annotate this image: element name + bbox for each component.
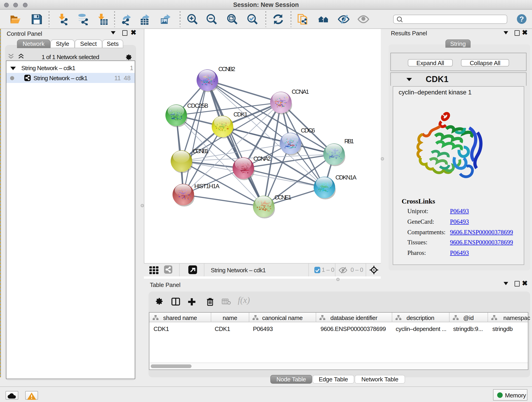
svg-text:CCNA1: CCNA1 (292, 88, 309, 95)
svg-text:CCNE1: CCNE1 (274, 194, 291, 201)
svg-text:CDC25B: CDC25B (187, 102, 208, 109)
svg-text:RB1: RB1 (344, 138, 354, 145)
svg-text:CDK1: CDK1 (234, 111, 248, 118)
svg-text:CDKN1A: CDKN1A (336, 174, 357, 181)
svg-text:CCNA2: CCNA2 (253, 155, 271, 162)
svg-text:CCNB2: CCNB2 (218, 65, 235, 72)
svg-text:CDC6: CDC6 (301, 127, 315, 134)
svg-text:HIST1H1A: HIST1H1A (194, 183, 220, 190)
svg-text:CCNB1: CCNB1 (193, 148, 209, 154)
